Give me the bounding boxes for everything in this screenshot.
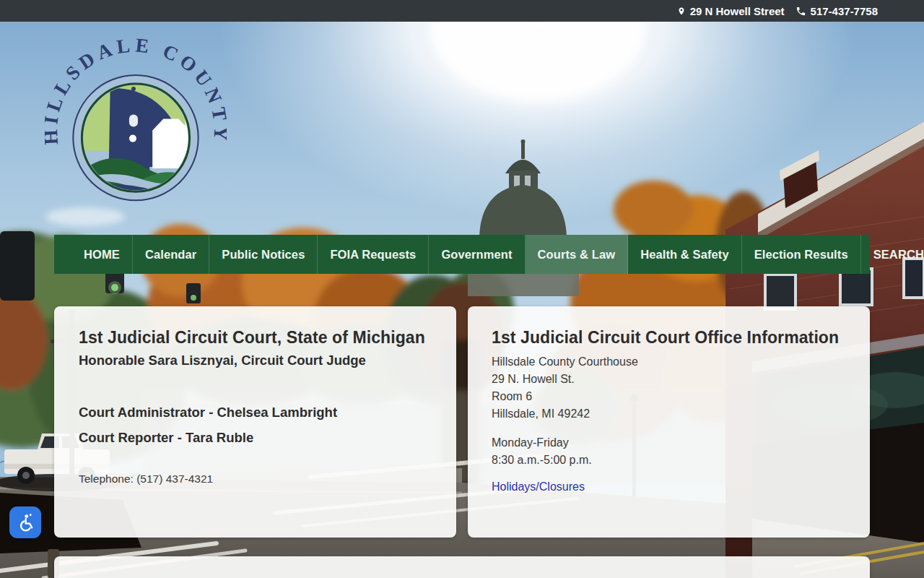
address-line: Hillsdale, MI 49242 bbox=[492, 405, 846, 423]
topbar-address-text: 29 N Howell Street bbox=[690, 5, 785, 17]
accessibility-widget-button[interactable] bbox=[9, 506, 41, 538]
address-line: 29 N. Howell St. bbox=[492, 371, 846, 388]
nav-item-health-safety[interactable]: Health & Safety bbox=[628, 235, 742, 274]
nav-item-calendar[interactable]: Calendar bbox=[133, 235, 209, 274]
office-hours: Monday-Friday 8:30 a.m.-5:00 p.m. bbox=[492, 434, 846, 469]
topbar: 29 N Howell Street 517-437-7758 bbox=[0, 0, 924, 22]
court-info-card: 1st Judicial Circuit Court, State of Mic… bbox=[54, 306, 456, 538]
office-card-title: 1st Judicial Circuit Court Office Inform… bbox=[492, 328, 846, 348]
nav-item-government[interactable]: Government bbox=[429, 235, 525, 274]
phone-icon bbox=[796, 6, 806, 17]
topbar-address: 29 N Howell Street bbox=[677, 5, 785, 17]
address-line: Hillsdale County Courthouse bbox=[492, 353, 846, 371]
county-logo[interactable]: HILLSDALE COUNTY bbox=[45, 35, 227, 215]
judge-line: Honorable Sara Lisznyai, Circuit Court J… bbox=[79, 353, 432, 368]
telephone-line: Telephone: (517) 437-4321 bbox=[79, 473, 432, 486]
hours-days-line: Monday-Friday bbox=[492, 434, 846, 452]
topbar-phone[interactable]: 517-437-7758 bbox=[796, 5, 878, 17]
office-address: Hillsdale County Courthouse 29 N. Howell… bbox=[492, 353, 846, 423]
main-nav: HOME Calendar Public Notices FOIA Reques… bbox=[54, 235, 870, 274]
nav-item-home[interactable]: HOME bbox=[71, 235, 133, 274]
nav-item-public-notices[interactable]: Public Notices bbox=[209, 235, 318, 274]
nav-item-courts-law[interactable]: Courts & Law bbox=[526, 235, 629, 274]
bottom-card bbox=[54, 556, 870, 578]
county-seal: HILLSDALE COUNTY bbox=[45, 35, 227, 215]
hours-time-line: 8:30 a.m.-5:00 p.m. bbox=[492, 452, 846, 469]
wheelchair-icon bbox=[15, 512, 35, 532]
location-pin-icon bbox=[677, 6, 686, 17]
office-info-card: 1st Judicial Circuit Court Office Inform… bbox=[468, 306, 870, 538]
court-reporter-line: Court Reporter - Tara Ruble bbox=[79, 430, 432, 446]
address-line: Room 6 bbox=[492, 388, 846, 405]
topbar-phone-text: 517-437-7758 bbox=[811, 5, 878, 17]
holidays-closures-link[interactable]: Holidays/Closures bbox=[492, 480, 585, 493]
nav-item-election-results[interactable]: Election Results bbox=[742, 235, 861, 274]
nav-item-search[interactable]: SEARCH... bbox=[861, 235, 924, 274]
court-administrator-line: Court Administrator - Chelsea Lambright bbox=[79, 405, 432, 420]
nav-item-foia-requests[interactable]: FOIA Requests bbox=[318, 235, 429, 274]
court-card-title: 1st Judicial Circuit Court, State of Mic… bbox=[79, 328, 432, 348]
page: 29 N Howell Street 517-437-7758 bbox=[0, 0, 924, 578]
